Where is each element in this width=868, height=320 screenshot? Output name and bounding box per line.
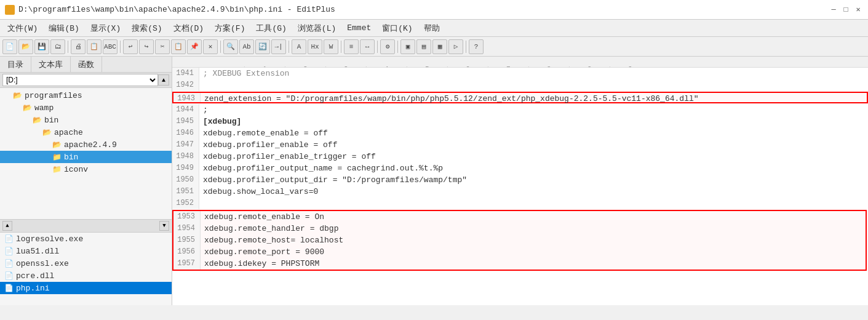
files-header-scroll-dn[interactable]: ▼ [159,221,169,231]
menu-help[interactable]: 帮助 [419,22,445,35]
find2-button[interactable]: 🔄 [255,39,270,54]
file-item-phpini[interactable]: php.ini [0,282,172,294]
tab-directory[interactable]: 目录 [0,57,31,72]
tab-textlib[interactable]: 文本库 [31,57,71,72]
copy-button[interactable]: 📋 [171,39,186,54]
menu-window[interactable]: 窗口(K) [377,22,417,35]
replace-button[interactable]: Ab [239,39,254,54]
line-num-1954: 1954 [173,223,201,234]
tree-item-programfiles[interactable]: programfiles [0,89,172,102]
tab-functions[interactable]: 函数 [71,57,102,72]
run-button[interactable]: ▷ [448,39,463,54]
folder-open-icon-wamp [22,103,32,113]
tree-item-iconv[interactable]: iconv [0,163,172,175]
sidebar-files[interactable]: ▲ ▼ logresolve.exe lua51.dll openssl.exe… [0,219,172,305]
code-line-1948: 1948 xdebug.profiler_enable_trigger = of… [172,151,868,162]
undo-button[interactable]: ↩ [123,39,138,54]
cut-button[interactable]: ✂ [155,39,170,54]
code-line-1956: 1956 xdebug.remote_port = 9000 [173,246,866,258]
line-num-1946: 1946 [172,127,199,139]
tree-nav-up[interactable]: ▲ [158,74,169,86]
maximize-button[interactable]: □ [841,5,851,15]
spellcheck-button[interactable]: ABC [103,39,117,54]
line-num-1944: 1944 [172,104,199,116]
tree-item-bin2[interactable]: bin [0,151,172,163]
menu-emmet[interactable]: Emmet [342,22,376,34]
line-content-1949: xdebug.profiler_output_name = cachegrind… [199,162,443,174]
menu-search[interactable]: 搜索(S) [127,22,167,35]
title-text: D:\programfiles\wamp\bin\apache\apache2.… [18,5,335,14]
file-label-phpini: php.ini [16,284,50,293]
menu-document[interactable]: 文档(D) [169,22,209,35]
settings-button[interactable]: ⚙ [380,39,395,54]
save-button[interactable]: 💾 [34,39,49,54]
file-item-openssl[interactable]: openssl.exe [0,257,172,270]
highlight-box-group: 1953 xdebug.remote_enable = On 1954 xdeb… [172,210,867,271]
tree-item-apache[interactable]: apache [0,126,172,138]
save-all-button[interactable]: 🗂 [50,39,65,54]
title-bar-left: D:\programfiles\wamp\bin\apache\apache2.… [5,5,335,15]
paste-button[interactable]: 📌 [187,39,202,54]
file-item-pcre[interactable]: pcre.dll [0,270,172,282]
new-file-button[interactable]: 📄 [2,39,17,54]
word-button[interactable]: W [324,39,338,54]
minimize-button[interactable]: ─ [829,5,838,15]
separator-1 [68,41,68,53]
sidebar: 目录 文本库 函数 [D:] ▲ programfiles wamp bin [0,57,172,305]
tree-item-apache249[interactable]: apache2.4.9 [0,138,172,151]
file-item-logresolve[interactable]: logresolve.exe [0,233,172,245]
wrap-button[interactable]: ↔ [360,39,375,54]
code-line-1947: 1947 xdebug.profiler_enable = off [172,139,868,151]
fontcolor-button[interactable]: A [292,39,306,54]
refresh-button[interactable]: ↪ [139,39,154,54]
tree-item-bin[interactable]: bin [0,114,172,126]
browser-button[interactable]: ▤ [416,39,431,54]
print2-button[interactable]: 📋 [87,39,102,54]
file-item-lua51[interactable]: lua51.dll [0,245,172,257]
code-line-1941: 1941 ; XDEBUG Extension [172,68,868,79]
folder-icon-bin2 [52,152,62,162]
folder-open-icon [12,90,22,100]
menu-file[interactable]: 文件(W) [2,22,42,35]
close-button[interactable]: ✕ [853,5,863,15]
code-line-1946: 1946 xdebug.remote_enable = off [172,127,868,139]
line-num-1953: 1953 [173,211,201,223]
app-icon [5,5,15,15]
code-line-1943: 1943 zend_extension = "D:/programfiles/w… [172,92,868,103]
delete-button[interactable]: ✕ [203,39,218,54]
preview-button[interactable]: ▦ [432,39,447,54]
tree-label-wamp: wamp [34,103,54,113]
line-content-1943: zend_extension = "D:/programfiles/wamp/b… [201,93,699,102]
line-content-1941: ; XDEBUG Extension [199,68,289,79]
tree-header: [D:] ▲ [0,73,172,88]
indent-button[interactable]: ≡ [344,39,359,54]
find-button[interactable]: 🔍 [223,39,238,54]
open-file-button[interactable]: 📂 [18,39,33,54]
sidebar-tree[interactable]: programfiles wamp bin apache apache2.4.9… [0,88,172,219]
menu-view[interactable]: 显示(X) [86,22,125,35]
files-header-scroll-up[interactable]: ▲ [2,221,12,231]
window-controls[interactable]: ─ □ ✕ [829,5,863,15]
menu-tools[interactable]: 工具(G) [251,22,291,35]
code-area[interactable]: 1941 ; XDEBUG Extension 1942 1943 zend_e… [172,68,868,305]
line-num-1942: 1942 [172,79,199,91]
line-content-1951: xdebug.show_local_vars=0 [199,186,318,198]
tree-label-bin2: bin [64,153,78,162]
tree-item-wamp[interactable]: wamp [0,102,172,114]
monitor-button[interactable]: ▣ [400,39,415,54]
menu-edit[interactable]: 编辑(B) [44,22,84,35]
help2-button[interactable]: ? [469,39,484,54]
print-button[interactable]: 🖨 [71,39,86,54]
line-num-1943: 1943 [173,93,201,102]
line-content-1942 [199,79,203,91]
menu-project[interactable]: 方案(F) [210,22,250,35]
goto-button[interactable]: →| [271,39,286,54]
tree-label-iconv: iconv [64,165,88,174]
sidebar-tabs: 目录 文本库 函数 [0,57,172,73]
separator-2 [120,41,121,53]
menu-bar: 文件(W) 编辑(B) 显示(X) 搜索(S) 文档(D) 方案(F) 工具(G… [0,20,868,37]
code-line-1945: 1945 [xdebug] [172,116,868,127]
hex-button[interactable]: Hx [308,39,322,54]
drive-selector[interactable]: [D:] [2,74,158,86]
menu-browser[interactable]: 浏览器(L) [293,22,341,35]
